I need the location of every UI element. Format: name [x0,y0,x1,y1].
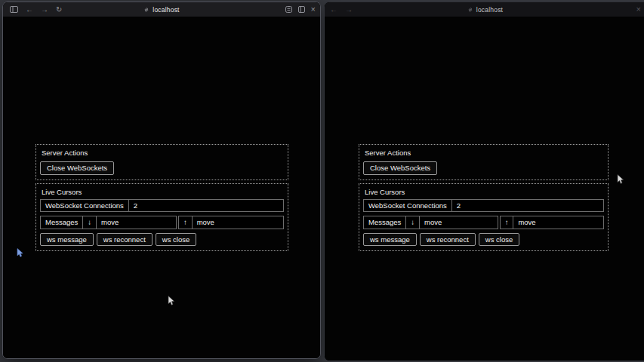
messages-up-value: move [193,216,283,229]
up-arrow-icon: ↑ [179,216,193,229]
messages-up-value: move [513,216,603,229]
pointer-cursor [617,174,624,185]
link-icon [143,7,149,13]
messages-up-readout: ↑ move [500,216,604,229]
messages-down-readout: Messages ↓ move [363,216,498,229]
down-arrow-icon: ↓ [406,216,420,229]
browser-window-left: ← → ↻ localhost × Server Actions Close W… [2,2,321,359]
connections-readout: WebSocket Connections 2 [363,199,604,213]
connections-label: WebSocket Connections [364,200,452,212]
page-content: Server Actions Close WebSockets Live Cur… [325,17,644,360]
page-content: Server Actions Close WebSockets Live Cur… [3,17,320,358]
address-bar[interactable]: localhost [3,2,320,17]
split-view-icon[interactable] [298,6,305,13]
url-text: localhost [476,6,503,14]
live-cursors-label: Live Cursors [42,188,284,196]
close-websockets-button[interactable]: Close WebSockets [363,161,437,175]
live-cursors-group: Live Cursors WebSocket Connections 2 Mes… [35,183,288,252]
browser-window-right: ← → localhost × Server Actions Close Web… [324,2,644,361]
connections-value: 2 [452,200,603,212]
connections-readout: WebSocket Connections 2 [40,199,284,213]
down-arrow-icon: ↓ [83,216,97,229]
close-icon[interactable]: × [636,5,641,14]
pointer-cursor [168,296,175,306]
server-actions-label: Server Actions [42,149,284,157]
ws-reconnect-button[interactable]: ws reconnect [97,233,153,247]
titlebar[interactable]: ← → ↻ localhost × [3,2,320,17]
up-arrow-icon: ↑ [501,216,514,229]
close-websockets-button[interactable]: Close WebSockets [40,161,114,175]
messages-down-value: move [97,216,176,229]
messages-label: Messages [364,216,406,229]
messages-label: Messages [41,216,83,229]
titlebar[interactable]: ← → localhost × [325,2,644,17]
messages-down-value: move [420,216,498,229]
url-text: localhost [153,6,179,14]
remote-cursor-blue [17,248,23,258]
address-bar[interactable]: localhost [325,2,644,17]
ws-message-button[interactable]: ws message [40,233,94,247]
live-cursors-group: Live Cursors WebSocket Connections 2 Mes… [359,183,609,252]
ws-message-button[interactable]: ws message [363,233,417,247]
link-icon [467,7,473,13]
close-icon[interactable]: × [311,5,316,14]
ws-close-button[interactable]: ws close [479,233,519,247]
reader-mode-icon[interactable] [285,6,292,13]
server-actions-group: Server Actions Close WebSockets [359,144,609,180]
server-actions-label: Server Actions [365,149,604,157]
live-cursors-label: Live Cursors [365,188,604,196]
server-actions-group: Server Actions Close WebSockets [35,144,288,180]
ws-reconnect-button[interactable]: ws reconnect [420,233,476,247]
connections-value: 2 [129,200,283,212]
connections-label: WebSocket Connections [41,200,129,212]
messages-down-readout: Messages ↓ move [40,216,177,229]
ws-close-button[interactable]: ws close [156,233,196,247]
messages-up-readout: ↑ move [178,216,284,229]
